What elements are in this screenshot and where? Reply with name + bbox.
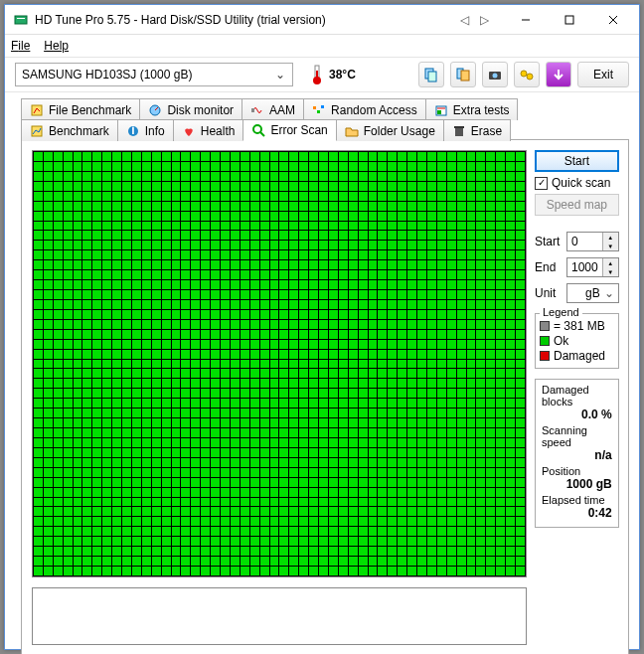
save-button[interactable] xyxy=(546,62,571,87)
svg-rect-21 xyxy=(317,110,320,113)
scan-grid xyxy=(32,150,527,577)
tab-health[interactable]: Health xyxy=(173,119,244,141)
window-title: HD Tune Pro 5.75 - Hard Disk/SSD Utility… xyxy=(35,13,454,27)
prev-icon[interactable]: ◁ xyxy=(454,10,474,30)
random-access-icon xyxy=(312,103,326,117)
quick-scan-checkbox[interactable]: ✓ xyxy=(535,177,548,190)
aam-icon xyxy=(250,103,264,117)
svg-point-29 xyxy=(253,125,261,133)
svg-point-15 xyxy=(521,71,527,77)
titlebar: HD Tune Pro 5.75 - Hard Disk/SSD Utility… xyxy=(5,5,639,35)
svg-rect-31 xyxy=(455,128,463,136)
spin-down-icon[interactable]: ▼ xyxy=(603,267,618,276)
svg-line-30 xyxy=(260,132,264,136)
extra-tests-icon xyxy=(434,103,448,117)
menubar: File Help xyxy=(5,35,639,57)
legend-block-icon xyxy=(540,321,550,331)
status-box xyxy=(32,587,527,645)
unit-row: Unit gB ⌄ xyxy=(535,283,619,303)
tab-folder-usage[interactable]: Folder Usage xyxy=(336,119,444,141)
screenshot-button[interactable] xyxy=(482,62,508,87)
nav-arrows: ◁ ▷ xyxy=(454,10,494,30)
legend-damaged-icon xyxy=(540,351,550,361)
tab-label: AAM xyxy=(269,103,295,117)
health-icon xyxy=(182,124,196,138)
tab-aam[interactable]: AAM xyxy=(242,98,304,120)
start-field: Start 0 ▲▼ xyxy=(535,232,619,251)
spin-up-icon[interactable]: ▲ xyxy=(603,258,618,267)
svg-rect-17 xyxy=(32,105,42,115)
temperature: 38°C xyxy=(311,65,356,84)
close-button[interactable] xyxy=(591,6,635,34)
tabs-area: File BenchmarkDisk monitorAAMRandom Acce… xyxy=(5,92,639,654)
tab-disk-monitor[interactable]: Disk monitor xyxy=(139,98,242,120)
spin-up-icon[interactable]: ▲ xyxy=(603,233,618,242)
unit-select[interactable]: gB ⌄ xyxy=(566,283,619,303)
svg-rect-0 xyxy=(15,16,27,24)
side-panel: Start ✓ Quick scan Speed map Start 0 ▲▼ … xyxy=(535,150,619,654)
stats-box: Damaged blocks 0.0 % Scanning speed n/a … xyxy=(535,379,619,528)
tab-erase[interactable]: Erase xyxy=(443,119,511,141)
tab-label: Health xyxy=(201,124,236,138)
svg-rect-22 xyxy=(321,105,324,108)
benchmark-icon xyxy=(30,124,44,138)
app-window: HD Tune Pro 5.75 - Hard Disk/SSD Utility… xyxy=(4,4,640,650)
start-spinbox[interactable]: 0 ▲▼ xyxy=(566,232,619,251)
svg-rect-19 xyxy=(251,108,254,112)
drive-label: SAMSUNG HD103SJ (1000 gB) xyxy=(22,68,192,82)
tab-label: Error Scan xyxy=(270,123,327,137)
quick-scan-row[interactable]: ✓ Quick scan xyxy=(535,176,619,190)
next-icon[interactable]: ▷ xyxy=(474,10,494,30)
tab-extra-tests[interactable]: Extra tests xyxy=(425,98,519,120)
menu-file[interactable]: File xyxy=(11,39,30,53)
thermometer-icon xyxy=(311,65,323,84)
end-spinbox[interactable]: 1000 ▲▼ xyxy=(566,257,619,277)
legend-ok-icon xyxy=(540,336,550,346)
svg-rect-8 xyxy=(316,71,318,81)
disk-monitor-icon xyxy=(148,103,162,117)
tab-error-scan[interactable]: Error Scan xyxy=(242,119,336,141)
tab-info[interactable]: iInfo xyxy=(117,119,174,141)
spin-down-icon[interactable]: ▼ xyxy=(603,242,618,250)
svg-point-16 xyxy=(527,74,533,80)
tab-label: Disk monitor xyxy=(167,103,234,117)
tab-label: Random Access xyxy=(331,103,417,117)
copy-info-button[interactable] xyxy=(418,62,444,87)
svg-rect-25 xyxy=(437,110,441,114)
scan-area xyxy=(32,150,527,654)
menu-help[interactable]: Help xyxy=(44,39,69,53)
folder-usage-icon xyxy=(345,124,359,138)
start-button[interactable]: Start xyxy=(535,150,619,172)
copy-screenshot-button[interactable] xyxy=(450,62,476,87)
exit-button[interactable]: Exit xyxy=(577,62,629,87)
tab-random-access[interactable]: Random Access xyxy=(303,98,426,120)
speedmap-button: Speed map xyxy=(535,194,619,216)
svg-rect-10 xyxy=(428,72,436,82)
temp-value: 38°C xyxy=(329,68,356,82)
tab-file-benchmark[interactable]: File Benchmark xyxy=(21,98,140,120)
tab-label: Extra tests xyxy=(453,103,510,117)
tab-content: Start ✓ Quick scan Speed map Start 0 ▲▼ … xyxy=(21,139,629,654)
tab-row-1: File BenchmarkDisk monitorAAMRandom Acce… xyxy=(21,98,629,119)
end-field: End 1000 ▲▼ xyxy=(535,257,619,277)
error-scan-icon xyxy=(251,123,265,137)
svg-rect-20 xyxy=(313,106,316,109)
toolbar: SAMSUNG HD103SJ (1000 gB) ⌄ 38°C Exit xyxy=(5,57,639,92)
tab-label: Benchmark xyxy=(49,124,109,138)
erase-icon xyxy=(452,124,466,138)
tab-benchmark[interactable]: Benchmark xyxy=(21,119,118,141)
maximize-button[interactable] xyxy=(548,6,591,34)
chevron-down-icon: ⌄ xyxy=(271,67,289,82)
settings-button[interactable] xyxy=(514,62,540,87)
info-icon: i xyxy=(126,124,140,138)
svg-rect-1 xyxy=(17,18,25,19)
chevron-down-icon: ⌄ xyxy=(602,286,616,300)
drive-select[interactable]: SAMSUNG HD103SJ (1000 gB) ⌄ xyxy=(15,63,293,86)
minimize-button[interactable] xyxy=(504,6,548,34)
tab-row-2: BenchmarkiInfoHealthError ScanFolder Usa… xyxy=(21,119,629,140)
tab-label: Folder Usage xyxy=(364,124,435,138)
tab-label: Info xyxy=(145,124,165,138)
tab-label: Erase xyxy=(471,124,502,138)
svg-text:i: i xyxy=(131,124,134,137)
svg-rect-32 xyxy=(454,126,464,128)
